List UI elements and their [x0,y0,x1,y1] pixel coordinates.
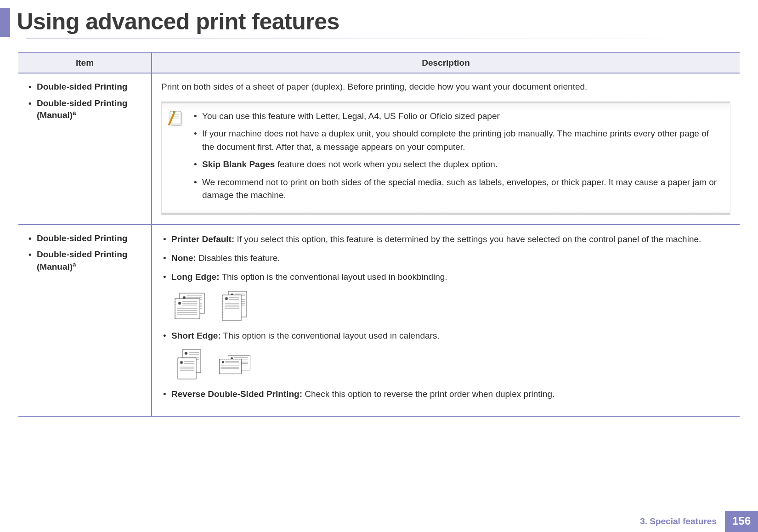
option-term: Printer Default: [171,234,234,244]
note-item: Skip Blank Pages feature does not work w… [194,158,720,171]
note-item: You can use this feature with Letter, Le… [194,110,720,123]
footnote-marker: a [73,109,76,116]
item-double-sided-manual: Double-sided Printing (Manual)a [28,97,142,122]
option-short-edge: Short Edge: This option is the conventio… [161,329,730,342]
table-row: Double-sided Printing Double-sided Print… [18,225,740,416]
page-footer: 3. Special features 156 [640,511,758,532]
note-list: You can use this feature with Letter, Le… [194,110,720,202]
item-list: Double-sided Printing Double-sided Print… [28,232,142,273]
lead-paragraph: Print on both sides of a sheet of paper … [161,81,730,93]
description-cell: Printer Default: If you select this opti… [152,225,740,416]
item-list: Double-sided Printing Double-sided Print… [28,81,142,121]
option-text: This option is the conventional layout u… [219,272,447,282]
page-title: Using advanced print features [12,8,339,35]
options-list: Printer Default: If you select this opti… [161,232,730,284]
features-table: Item Description Double-sided Printing D… [18,52,740,417]
options-list: Reverse Double-Sided Printing: Check thi… [161,387,730,401]
option-term: Reverse Double-Sided Printing: [171,389,302,399]
option-long-edge: Long Edge: This option is the convention… [161,270,730,283]
note-bold-term: Skip Blank Pages [202,159,275,169]
page-header: Using advanced print features [0,0,758,39]
option-text: Check this option to reverse the print o… [302,389,554,399]
option-text: This option is the conventional layout u… [221,331,440,340]
header-underline [26,38,721,39]
note-icon [168,110,186,127]
footnote-marker: a [73,261,76,268]
item-cell: Double-sided Printing Double-sided Print… [18,73,152,225]
short-edge-landscape-icon [216,348,253,381]
option-term: Short Edge: [171,331,221,340]
option-printer-default: Printer Default: If you select this opti… [161,232,730,246]
note-item: If your machine does not have a duplex u… [194,127,720,153]
item-double-sided-manual: Double-sided Printing (Manual)a [28,249,142,273]
short-edge-illustrations [172,348,730,381]
item-label-text: Double-sided Printing (Manual) [37,98,127,120]
options-list: Short Edge: This option is the conventio… [161,329,730,342]
note-box: You can use this feature with Letter, Le… [161,102,730,215]
footer-chapter-label: 3. Special features [640,511,725,532]
item-double-sided: Double-sided Printing [28,232,142,244]
note-text: feature does not work when you select th… [275,159,498,169]
table-row: Double-sided Printing Double-sided Print… [18,73,740,225]
description-cell: Print on both sides of a sheet of paper … [152,73,740,225]
svg-point-63 [222,361,224,363]
column-header-item: Item [18,53,152,73]
item-cell: Double-sided Printing Double-sided Print… [18,225,152,416]
option-none: None: Disables this feature. [161,251,730,265]
svg-point-42 [185,352,187,355]
long-edge-landscape-icon [172,289,209,323]
svg-point-48 [180,361,183,364]
option-reverse-duplex: Reverse Double-Sided Printing: Check thi… [161,387,730,401]
option-term: None: [171,253,196,263]
short-edge-portrait-icon [172,348,209,381]
svg-point-15 [178,302,181,305]
long-edge-portrait-icon [216,289,253,323]
content-area: Item Description Double-sided Printing D… [0,39,758,417]
option-text: If you select this option, this feature … [234,234,701,244]
option-text: Disables this feature. [196,253,280,263]
svg-rect-47 [178,358,196,379]
header-accent-tab [0,8,10,37]
column-header-description: Description [152,53,740,73]
long-edge-illustrations [172,289,730,323]
svg-point-33 [225,297,228,300]
note-item: We recommend not to print on both sides … [194,176,720,202]
item-label-text: Double-sided Printing (Manual) [37,249,127,272]
item-double-sided: Double-sided Printing [28,81,142,93]
option-term: Long Edge: [171,272,219,282]
footer-page-number: 156 [725,511,758,532]
